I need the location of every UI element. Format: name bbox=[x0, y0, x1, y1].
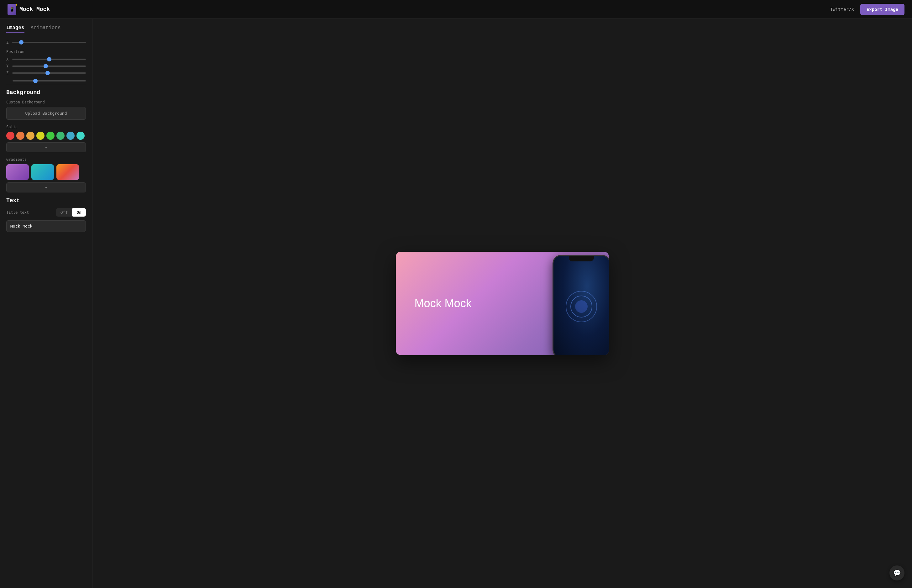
chevron-down-icon-2: ▾ bbox=[45, 185, 47, 190]
canvas-area: Mock Mock bbox=[92, 19, 912, 588]
header: 📱 Mock Mock Twitter/X Export Image bbox=[0, 0, 912, 19]
z-top-slider[interactable] bbox=[12, 42, 86, 43]
pos-x-label: X bbox=[6, 57, 10, 61]
position-section: Position X Y Z bbox=[6, 50, 86, 75]
toggle-group: Off On bbox=[56, 208, 86, 216]
color-swatch-orange[interactable] bbox=[16, 132, 24, 140]
logo-icon: 📱 bbox=[8, 4, 16, 15]
pos-z-row: Z bbox=[6, 71, 86, 75]
logo: 📱 Mock Mock bbox=[8, 4, 50, 15]
gradient-swatch-orange[interactable] bbox=[56, 164, 79, 180]
export-button[interactable]: Export Image bbox=[860, 4, 904, 15]
extra-slider-row bbox=[6, 80, 86, 81]
title-text-row: Title text Off On bbox=[6, 208, 86, 216]
solid-label: Solid bbox=[6, 125, 86, 129]
text-title: Text bbox=[6, 197, 86, 204]
pos-x-row: X bbox=[6, 57, 86, 61]
chat-icon: 💬 bbox=[893, 569, 901, 577]
pos-x-slider[interactable] bbox=[12, 59, 86, 60]
color-swatch-red[interactable] bbox=[6, 132, 15, 140]
color-swatch-green2[interactable] bbox=[56, 132, 65, 140]
extra-slider[interactable] bbox=[13, 80, 86, 81]
gradients-more-button[interactable]: ▾ bbox=[6, 183, 86, 192]
custom-bg-label: Custom Background bbox=[6, 100, 86, 104]
color-swatch-cyan[interactable] bbox=[76, 132, 85, 140]
pos-y-label: Y bbox=[6, 64, 10, 68]
phone-body bbox=[552, 255, 609, 355]
z-slider-label: Z bbox=[6, 40, 10, 45]
chat-button[interactable]: 💬 bbox=[889, 565, 904, 580]
header-right: Twitter/X Export Image bbox=[830, 4, 904, 15]
color-swatch-teal[interactable] bbox=[66, 132, 74, 140]
tab-images[interactable]: Images bbox=[6, 25, 24, 32]
preview-card: Mock Mock bbox=[396, 252, 609, 355]
phone-mockup bbox=[552, 255, 609, 355]
solid-more-button[interactable]: ▾ bbox=[6, 142, 86, 152]
divider-1 bbox=[6, 84, 86, 84]
tab-animations[interactable]: Animations bbox=[31, 25, 61, 32]
color-swatch-amber[interactable] bbox=[26, 132, 34, 140]
pos-y-row: Y bbox=[6, 64, 86, 68]
gradient-swatches bbox=[6, 164, 86, 180]
background-section: Background Custom Background Upload Back… bbox=[6, 89, 86, 192]
toggle-off[interactable]: Off bbox=[56, 208, 72, 216]
background-title: Background bbox=[6, 89, 86, 95]
chevron-down-icon: ▾ bbox=[45, 145, 47, 150]
phone-notch bbox=[569, 256, 594, 262]
pos-y-slider[interactable] bbox=[12, 66, 86, 67]
gradient-swatch-purple[interactable] bbox=[6, 164, 29, 180]
text-input[interactable] bbox=[6, 220, 86, 232]
logo-text: Mock Mock bbox=[19, 6, 50, 13]
title-text-label: Title text bbox=[6, 210, 53, 215]
tabs: Images Animations bbox=[6, 25, 86, 32]
position-label: Position bbox=[6, 50, 86, 54]
phone-circle-inner bbox=[575, 300, 588, 313]
text-section: Text Title text Off On bbox=[6, 197, 86, 232]
upload-background-button[interactable]: Upload Background bbox=[6, 107, 86, 120]
main: Images Animations Z Position X Y Z bbox=[0, 19, 912, 588]
color-swatch-green[interactable] bbox=[47, 132, 55, 140]
preview-text: Mock Mock bbox=[415, 297, 472, 310]
sidebar: Images Animations Z Position X Y Z bbox=[0, 19, 92, 588]
color-swatch-yellow[interactable] bbox=[36, 132, 45, 140]
pos-z-label: Z bbox=[6, 71, 10, 75]
z-slider-row: Z bbox=[6, 40, 86, 45]
color-swatches bbox=[6, 132, 86, 140]
phone-screen bbox=[554, 256, 609, 355]
gradient-swatch-teal[interactable] bbox=[31, 164, 54, 180]
twitter-link[interactable]: Twitter/X bbox=[830, 7, 854, 12]
toggle-on[interactable]: On bbox=[72, 208, 86, 216]
gradients-label: Gradients bbox=[6, 157, 86, 162]
pos-z-slider[interactable] bbox=[12, 73, 86, 74]
